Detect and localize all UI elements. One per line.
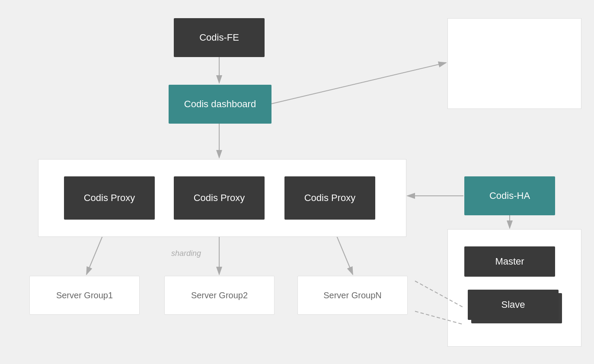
- server-group2-box: Server Group2: [164, 276, 275, 315]
- codis-proxy-1-box: Codis Proxy: [64, 176, 155, 220]
- server-group1-box: Server Group1: [29, 276, 140, 315]
- codis-fe-box: Codis-FE: [174, 18, 265, 57]
- svg-line-4: [271, 63, 446, 104]
- codis-ha-box: Codis-HA: [464, 176, 555, 215]
- slave-box: Slave: [468, 290, 559, 320]
- codis-proxy-3-box: Codis Proxy: [284, 176, 375, 220]
- sharding-label: sharding: [171, 249, 201, 258]
- master-box: Master: [464, 246, 555, 277]
- zookeeper-container: [447, 18, 581, 109]
- codis-proxy-2-box: Codis Proxy: [174, 176, 265, 220]
- codis-dashboard-box: Codis dashboard: [169, 85, 271, 124]
- server-groupn-box: Server GroupN: [297, 276, 408, 315]
